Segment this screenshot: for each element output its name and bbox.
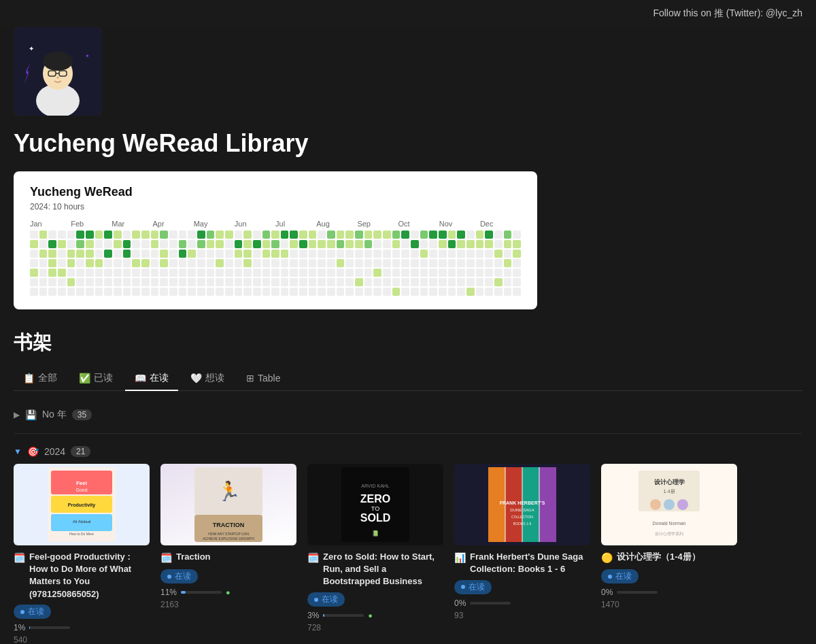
chart-cell: [448, 278, 456, 286]
chart-cell: [76, 231, 84, 239]
book-cover-dune: FRANK HERBERT'S DUNE SAGA COLLECTION BOO…: [454, 464, 590, 545]
book-card-design-psych[interactable]: 设计心理学 1-4册 Donald Norman 设计心理学系列 🟡 设计心理学…: [601, 464, 737, 644]
chart-cell: [345, 240, 354, 248]
chart-cell: [141, 288, 150, 296]
book-card-dune[interactable]: FRANK HERBERT'S DUNE SAGA COLLECTION BOO…: [454, 464, 590, 644]
chart-cell: [169, 288, 177, 296]
chart-subtitle: 2024: 10 hours: [30, 202, 521, 211]
feel-good-status-label: 在读: [28, 606, 44, 617]
chart-cell: [411, 240, 419, 248]
chart-cell: [104, 250, 112, 258]
chart-cell: [39, 240, 48, 248]
header-banner: Follow this on 推 (Twitter): @lyc_zh: [0, 0, 816, 27]
chart-cell: [439, 288, 447, 296]
tab-reading-label: 在读: [150, 372, 169, 384]
book-card-traction[interactable]: 🏃 TRACTION HOW ANY STARTUP CAN ACHIEVE E…: [160, 464, 296, 644]
svg-text:How to Do More: How to Do More: [69, 532, 94, 536]
tab-want[interactable]: 🤍 想读: [181, 367, 234, 391]
tab-read[interactable]: ✅ 已读: [69, 367, 122, 391]
chart-cell: [476, 240, 484, 248]
tab-all-label: 全部: [38, 372, 57, 384]
chart-cell: [95, 250, 103, 258]
chart-cell: [67, 231, 75, 239]
chart-cell: [411, 269, 419, 277]
chart-cell: [216, 240, 224, 248]
svg-text:设计心理学: 设计心理学: [654, 478, 685, 486]
feel-good-pages: 540: [14, 635, 150, 644]
book-card-zero-to-sold[interactable]: ARVID KAHL ZERO TO SOLD 📗 🗓️ Zero to Sol…: [307, 464, 443, 644]
chart-cell: [392, 259, 401, 267]
chart-cell: [411, 278, 419, 286]
tab-reading[interactable]: 📖 在读: [125, 367, 178, 391]
chart-cell: [327, 250, 335, 258]
svg-text:FRANK HERBERT'S: FRANK HERBERT'S: [500, 501, 545, 505]
group-2024[interactable]: ▼ 🎯 2024 21: [14, 439, 802, 464]
chart-cell: [271, 259, 279, 267]
svg-text:📗: 📗: [372, 530, 379, 537]
chart-cell: [114, 240, 122, 248]
tab-all[interactable]: 📋 全部: [14, 367, 67, 391]
chart-cell: [179, 231, 187, 239]
svg-text:Productivity: Productivity: [68, 503, 96, 508]
chart-cell: [337, 250, 345, 258]
chart-cell: [281, 240, 289, 248]
chart-cell: [271, 269, 279, 277]
svg-text:ACHIEVE EXPLOSIVE GROWTH: ACHIEVE EXPLOSIVE GROWTH: [203, 537, 254, 541]
chart-cell: [207, 269, 215, 277]
chart-cell: [457, 250, 465, 258]
tab-want-label: 想读: [205, 372, 224, 384]
group-2024-arrow: ▼: [14, 447, 22, 456]
feel-good-pct: 1%: [14, 623, 25, 632]
chart-cell: [262, 240, 271, 248]
chart-cell: [151, 269, 159, 277]
chart-cell: [355, 278, 363, 286]
traction-title: Traction: [176, 551, 211, 563]
chart-cell: [151, 278, 159, 286]
chart-cell: [318, 259, 326, 267]
chart-cell: [160, 269, 168, 277]
chart-cell: [216, 259, 224, 267]
chart-cell: [494, 231, 503, 239]
feel-good-status-dot: [20, 610, 24, 614]
chart-cell: [207, 250, 215, 258]
chart-cell: [216, 278, 224, 286]
design-pct: 0%: [601, 588, 613, 597]
chart-cell: [48, 288, 56, 296]
chart-cell: [151, 240, 159, 248]
month-aug: Aug: [316, 220, 357, 228]
chart-cell: [309, 278, 317, 286]
chart-cell: [457, 240, 465, 248]
chart-cell: [188, 231, 196, 239]
feel-good-cover-art: Feel Good Productivity Ali Abdaal How to…: [48, 467, 116, 542]
group-no-year[interactable]: ▶ 💾 No 年 35: [14, 402, 802, 428]
book-card-feel-good[interactable]: Feel Good Productivity Ali Abdaal How to…: [14, 464, 150, 644]
chart-cell: [439, 278, 447, 286]
chart-cell: [271, 250, 279, 258]
page-title: Yucheng WeRead Library: [14, 129, 802, 158]
chart-cell: [225, 269, 233, 277]
svg-text:DUNE SAGA: DUNE SAGA: [510, 508, 534, 512]
chart-cell: [327, 288, 335, 296]
chart-cell: [216, 288, 224, 296]
chart-cell: [504, 278, 512, 286]
design-cover-art: 设计心理学 1-4册 Donald Norman 设计心理学系列: [635, 467, 703, 542]
chart-cell: [494, 240, 503, 248]
chart-cell: [466, 240, 475, 248]
chart-cell: [48, 240, 56, 248]
chart-cell: [160, 288, 168, 296]
chart-cell: [466, 288, 475, 296]
chart-cell: [355, 269, 363, 277]
chart-cell: [95, 278, 103, 286]
month-jun: Jun: [235, 220, 275, 228]
chart-cell: [235, 259, 243, 267]
chart-cell: [383, 269, 391, 277]
traction-pct: 11%: [160, 588, 177, 597]
chart-cell: [337, 278, 345, 286]
chart-cell: [104, 269, 112, 277]
chart-cell: [337, 269, 345, 277]
tab-table[interactable]: ⊞ Table: [237, 367, 290, 390]
svg-text:ZERO: ZERO: [360, 493, 390, 505]
svg-point-49: [664, 499, 675, 510]
chart-cell: [76, 240, 84, 248]
chart-cell: [448, 240, 456, 248]
